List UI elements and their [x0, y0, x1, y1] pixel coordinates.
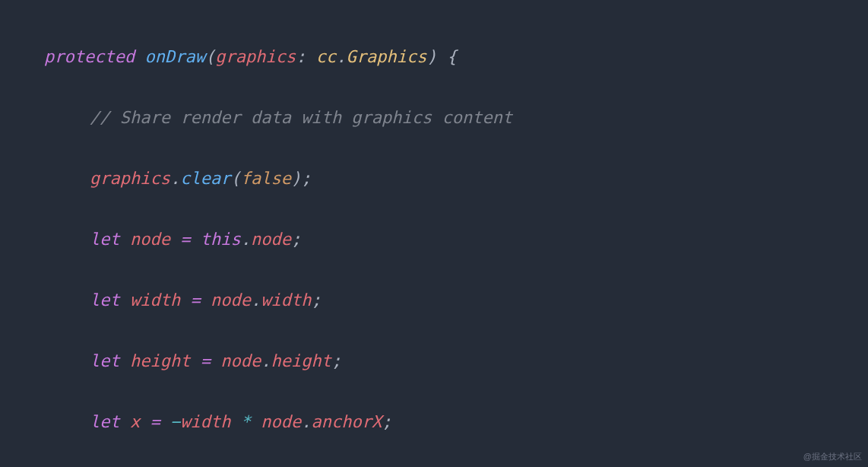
keyword-protected: protected — [44, 47, 135, 66]
var-width: width — [130, 291, 180, 310]
keyword-this: this — [201, 230, 241, 249]
prop-width: width — [261, 291, 311, 310]
watermark: @掘金技术社区 — [803, 449, 862, 464]
code-line-7: let x = −width * node.anchorX; — [0, 407, 868, 437]
prop-node: node — [251, 230, 291, 249]
code-line-1: protected onDraw(graphics: cc.Graphics) … — [0, 42, 868, 72]
prop-height: height — [271, 351, 331, 370]
op-negate: − — [170, 412, 180, 431]
ref-node: node — [261, 412, 301, 431]
var-height: height — [130, 351, 190, 370]
code-line-5: let width = node.width; — [0, 285, 868, 316]
ref-node: node — [220, 351, 261, 370]
comment: // Share render data with graphics conte… — [90, 108, 512, 127]
var-graphics: graphics — [90, 169, 170, 188]
param-graphics: graphics — [215, 47, 296, 66]
op-mul: * — [241, 412, 251, 431]
method-clear: clear — [180, 169, 230, 188]
keyword-let: let — [90, 230, 120, 249]
keyword-let: let — [90, 291, 120, 310]
code-line-2: // Share render data with graphics conte… — [0, 103, 868, 133]
literal-false: false — [241, 169, 291, 188]
code-block: protected onDraw(graphics: cc.Graphics) … — [0, 11, 868, 467]
code-line-4: let node = this.node; — [0, 224, 868, 255]
code-line-6: let height = node.height; — [0, 346, 868, 376]
ref-node: node — [211, 291, 251, 310]
ref-width: width — [180, 412, 230, 431]
code-line-3: graphics.clear(false); — [0, 164, 868, 194]
prop-anchorx: anchorX — [311, 412, 382, 431]
keyword-let: let — [90, 412, 120, 431]
var-node: node — [130, 230, 170, 249]
keyword-let: let — [90, 351, 120, 370]
type-graphics: Graphics — [346, 47, 426, 66]
type-cc: cc — [316, 47, 337, 66]
var-x: x — [130, 412, 140, 431]
function-name: onDraw — [144, 47, 204, 66]
